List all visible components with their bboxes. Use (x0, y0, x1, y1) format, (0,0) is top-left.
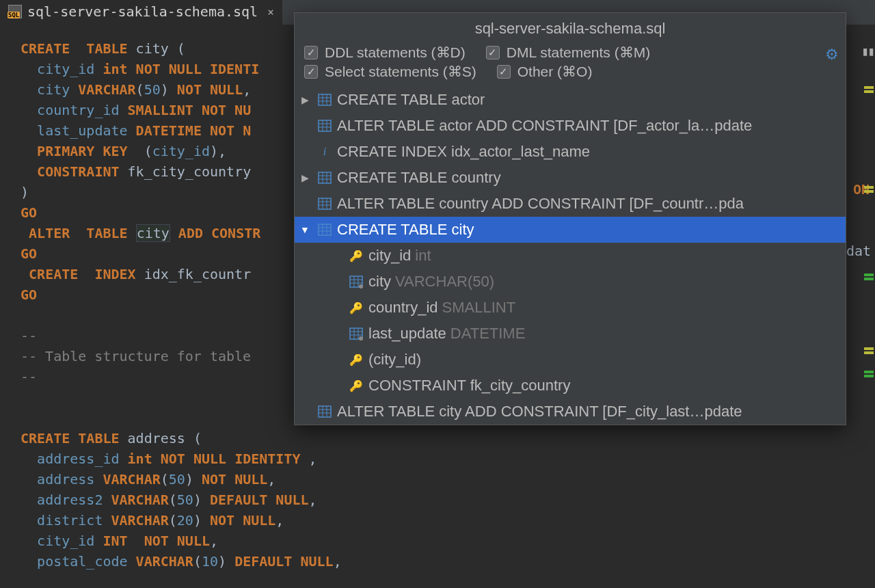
code-line[interactable]: postal_code VARCHAR(10) DEFAULT NULL, (21, 551, 875, 572)
gutter-mark[interactable] (864, 90, 874, 93)
structure-item[interactable]: ▼CREATE TABLE city (295, 217, 846, 243)
checkbox-icon: ✓ (486, 46, 500, 59)
structure-item[interactable]: iCREATE INDEX idx_actor_last_name (295, 139, 846, 165)
item-label: city_id (368, 247, 411, 265)
structure-item[interactable]: 🔑CONSTRAINT fk_city_country (295, 373, 846, 399)
code-line[interactable]: district VARCHAR(20) NOT NULL, (21, 510, 875, 531)
item-type: DATETIME (450, 325, 526, 343)
structure-item[interactable]: ALTER TABLE city ADD CONSTRAINT [DF_city… (295, 399, 846, 425)
key-icon: 🔑 (348, 351, 364, 368)
gear-icon[interactable]: ⚙ (825, 46, 839, 64)
filter-other[interactable]: ✓ Other (⌘O) (497, 64, 593, 80)
code-line[interactable]: city_id INT NOT NULL, (21, 531, 875, 551)
item-label: city (368, 273, 391, 291)
table-icon (317, 403, 333, 420)
marker-gutter: ▮▮ (863, 27, 875, 588)
structure-item[interactable]: ALTER TABLE country ADD CONSTRAINT [DF_c… (295, 191, 846, 217)
structure-popup: sql-server-sakila-schema.sql ✓ DDL state… (294, 12, 846, 425)
structure-item[interactable]: ▶CREATE TABLE actor (295, 87, 846, 113)
item-label: CREATE INDEX idx_actor_last_name (337, 143, 590, 161)
gutter-mark[interactable] (864, 351, 874, 354)
item-label: ALTER TABLE country ADD CONSTRAINT [DF_c… (337, 195, 744, 213)
checkbox-icon: ✓ (304, 46, 318, 59)
gutter-mark[interactable] (864, 278, 874, 280)
table-icon (317, 92, 333, 108)
structure-item[interactable]: 🔑(city_id) (295, 347, 846, 373)
structure-item[interactable]: 🔑city_id int (295, 243, 846, 269)
item-label: CREATE TABLE country (337, 169, 501, 187)
disclosure-arrow-icon[interactable]: ▶ (297, 172, 312, 183)
item-label: country_id (368, 299, 438, 317)
foreign-key-icon: 🔑 (348, 377, 364, 394)
svg-rect-37 (319, 406, 331, 417)
disclosure-arrow-icon[interactable]: ▼ (297, 224, 312, 235)
disclosure-arrow-icon[interactable]: ▶ (297, 94, 312, 105)
table-icon (317, 222, 333, 238)
svg-rect-20 (319, 224, 331, 235)
pause-icon[interactable]: ▮▮ (861, 44, 874, 58)
filter-select[interactable]: ✓ Select statements (⌘S) (304, 64, 476, 80)
item-label: ALTER TABLE city ADD CONSTRAINT [DF_city… (337, 403, 742, 420)
gutter-mark[interactable] (864, 273, 874, 276)
svg-point-36 (359, 336, 363, 340)
filter-ddl[interactable]: ✓ DDL statements (⌘D) (304, 44, 466, 61)
svg-point-30 (359, 284, 363, 289)
popup-list[interactable]: ▶CREATE TABLE actorALTER TABLE actor ADD… (295, 87, 846, 425)
item-label: CREATE TABLE city (337, 221, 474, 239)
tab-filename: sql-server-sakila-schema.sql (27, 3, 258, 20)
gutter-mark[interactable] (864, 86, 874, 89)
structure-item[interactable]: ▶CREATE TABLE country (295, 165, 846, 191)
svg-rect-5 (319, 120, 331, 131)
table-icon (317, 118, 333, 134)
table-icon (317, 170, 333, 186)
popup-filters: ✓ DDL statements (⌘D) ✓ DML statements (… (295, 42, 846, 87)
code-line[interactable]: CREATE TABLE address ( (21, 428, 875, 449)
code-line[interactable]: address2 VARCHAR(50) DEFAULT NULL, (21, 490, 875, 510)
gutter-mark[interactable] (864, 375, 874, 377)
item-label: ALTER TABLE actor ADD CONSTRAINT [DF_act… (337, 117, 752, 135)
key-icon: 🔑 (348, 248, 364, 264)
gutter-mark[interactable] (864, 190, 874, 193)
item-type: VARCHAR(50) (395, 273, 494, 291)
svg-rect-15 (319, 198, 331, 209)
gutter-mark[interactable] (864, 371, 874, 373)
item-label: last_update (368, 325, 446, 343)
structure-item[interactable]: last_update DATETIME (295, 321, 846, 347)
svg-rect-0 (319, 94, 331, 105)
gutter-mark[interactable] (864, 186, 874, 189)
item-label: CONSTRAINT fk_city_country (368, 377, 570, 395)
code-line[interactable]: address_id int NOT NULL IDENTITY , (21, 449, 875, 469)
filter-dml[interactable]: ✓ DML statements (⌘M) (486, 44, 650, 61)
item-type: SMALLINT (442, 299, 516, 317)
column-icon (348, 325, 364, 342)
foreign-key-icon: 🔑 (348, 299, 364, 316)
structure-item[interactable]: 🔑country_id SMALLINT (295, 295, 846, 321)
structure-item[interactable]: city VARCHAR(50) (295, 269, 846, 295)
checkbox-icon: ✓ (304, 65, 318, 79)
table-icon (317, 196, 333, 212)
sql-file-icon (8, 5, 22, 18)
gutter-mark[interactable] (864, 347, 874, 350)
close-icon[interactable]: × (267, 5, 274, 18)
item-type: int (415, 247, 431, 265)
svg-rect-10 (319, 172, 331, 183)
checkbox-icon: ✓ (497, 65, 511, 79)
structure-item[interactable]: ALTER TABLE actor ADD CONSTRAINT [DF_act… (295, 113, 846, 139)
info-icon: i (317, 144, 333, 160)
column-icon (348, 273, 364, 290)
code-line[interactable]: address VARCHAR(50) NOT NULL, (21, 469, 875, 490)
item-label: CREATE TABLE actor (337, 91, 485, 109)
tab-active[interactable]: sql-server-sakila-schema.sql × (0, 0, 282, 25)
popup-title: sql-server-sakila-schema.sql (295, 13, 846, 42)
item-label: (city_id) (368, 351, 421, 369)
